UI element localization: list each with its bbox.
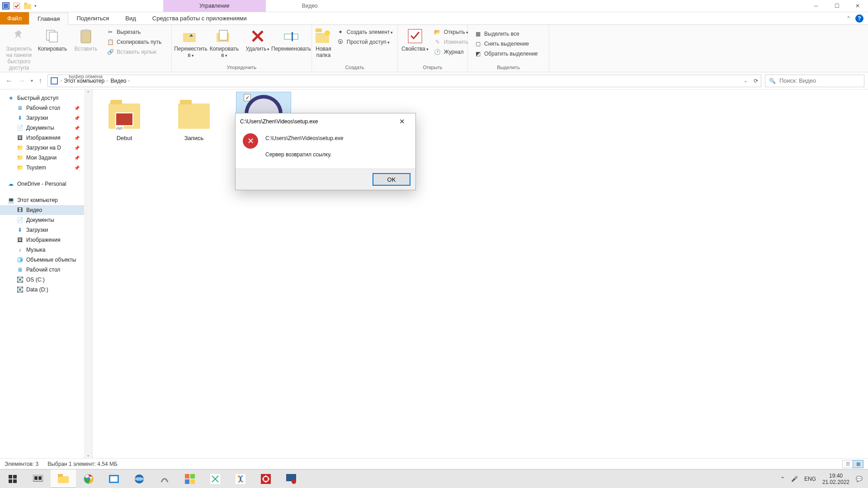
easy-access-button[interactable]: ⦿Простой доступ <box>335 38 395 47</box>
breadcrumb-root[interactable]: Этот компьютер <box>64 78 104 84</box>
context-tab-manage[interactable]: Управление <box>163 0 266 12</box>
tree-video[interactable]: 🎞Видео <box>0 205 92 215</box>
select-invert-button[interactable]: ◩Обратить выделение <box>472 49 540 58</box>
tree-scrollbar[interactable]: ⌃⌄ <box>84 89 92 458</box>
select-none-button[interactable]: ▢Снять выделение <box>472 39 540 48</box>
tray-notifications-icon[interactable]: 💬 <box>856 476 863 482</box>
tree-downloads[interactable]: ⬇Загрузки📌 <box>0 113 92 123</box>
desktop-icon: 🖥 <box>16 104 24 112</box>
view-details-button[interactable]: ☰ <box>842 460 853 468</box>
refresh-button[interactable]: ⟳ <box>754 78 758 84</box>
properties-button[interactable]: Свойства <box>401 27 429 52</box>
tray-language[interactable]: ENG <box>804 476 816 482</box>
tree-onedrive[interactable]: ☁OneDrive - Personal <box>0 179 92 189</box>
tree-this-pc[interactable]: 💻Этот компьютер <box>0 195 92 205</box>
star-icon: ★ <box>7 94 14 102</box>
new-folder-button[interactable]: Новая папка <box>315 27 332 58</box>
tree-documents2[interactable]: 📄Документы <box>0 215 92 225</box>
qat-dropdown-icon[interactable]: ▾ <box>34 4 37 8</box>
taskbar-app-6[interactable] <box>228 469 253 488</box>
nav-up-button[interactable]: ↑ <box>38 77 42 85</box>
window-close-button[interactable]: ✕ <box>847 0 868 12</box>
taskbar-app-4[interactable] <box>177 469 203 488</box>
tree-3dobjects[interactable]: 🧊Объемные объекты <box>0 255 92 265</box>
tree-desktop[interactable]: 🖥Рабочий стол📌 <box>0 103 92 113</box>
search-input[interactable] <box>779 77 860 84</box>
start-button[interactable] <box>0 469 25 488</box>
copy-to-button[interactable]: Копировать в <box>208 27 241 59</box>
edit-button[interactable]: ✎Изменить <box>432 38 470 47</box>
tree-downloads-d[interactable]: 📁Загрузки на D📌 <box>0 143 92 153</box>
file-label: Запись <box>184 135 204 141</box>
address-dropdown-icon[interactable]: ⌄ <box>744 78 747 83</box>
tray-mic-icon[interactable]: 🎤 <box>791 476 798 482</box>
tree-drive-d[interactable]: 💽Data (D:) <box>0 285 92 295</box>
help-icon[interactable]: ? <box>855 14 863 23</box>
taskbar-app-7[interactable] <box>253 469 278 488</box>
qat-properties-icon[interactable] <box>13 2 21 10</box>
breadcrumb-current[interactable]: Видео <box>110 78 126 84</box>
cut-button[interactable]: ✂Вырезать <box>105 28 163 37</box>
copy-button[interactable]: Копировать <box>36 27 69 52</box>
tree-tsystem[interactable]: 📁Tsystem📌 <box>0 163 92 173</box>
taskbar-app-5[interactable] <box>203 469 228 488</box>
nav-back-button[interactable]: ← <box>5 77 13 85</box>
dialog-ok-button[interactable]: OK <box>373 174 410 185</box>
tree-pictures2[interactable]: 🖼Изображения <box>0 235 92 245</box>
taskbar-explorer[interactable] <box>51 469 76 488</box>
taskbar: ⌃ 🎤 ENG 19:4021.02.2022 💬 <box>0 469 868 488</box>
ribbon-tab-share[interactable]: Поделиться <box>68 12 117 24</box>
file-list[interactable]: Debut Запись ✓ setup <box>93 89 868 458</box>
tree-downloads2[interactable]: ⬇Загрузки <box>0 225 92 235</box>
tray-clock[interactable]: 19:4021.02.2022 <box>822 473 849 485</box>
tree-quick-access[interactable]: ★Быстрый доступ <box>0 93 92 103</box>
dialog-close-button[interactable]: ✕ <box>393 117 411 126</box>
search-box[interactable]: 🔍 <box>765 75 864 87</box>
select-all-button[interactable]: ▦Выделить все <box>472 29 540 38</box>
taskview-button[interactable] <box>25 469 51 488</box>
file-item-debut[interactable]: Debut <box>97 92 151 144</box>
ribbon-tab-view[interactable]: Вид <box>117 12 144 24</box>
nav-recent-button[interactable]: ▾ <box>31 78 33 83</box>
address-bar[interactable]: ›Этот компьютер› Видео› ⌄ ⟳ <box>47 75 761 87</box>
copy-path-button[interactable]: 📋Скопировать путь <box>105 38 163 47</box>
new-item-button[interactable]: ✦Создать элемент <box>335 28 395 37</box>
window-minimize-button[interactable]: ─ <box>806 0 826 12</box>
tray-overflow-icon[interactable]: ⌃ <box>780 476 785 482</box>
paste-button[interactable]: Вставить <box>70 27 102 52</box>
tree-tasks[interactable]: 📁Мои Задачи📌 <box>0 153 92 163</box>
scroll-up-icon[interactable]: ⌃ <box>86 90 90 95</box>
tree-pictures[interactable]: 🖼Изображения📌 <box>0 133 92 143</box>
open-button[interactable]: 📂Открыть <box>432 28 470 37</box>
ribbon-tab-home[interactable]: Главная <box>29 13 68 25</box>
navigation-tree[interactable]: ★Быстрый доступ 🖥Рабочий стол📌 ⬇Загрузки… <box>0 89 93 458</box>
view-icons-button[interactable]: ▦ <box>853 460 863 468</box>
ribbon-tab-apptools[interactable]: Средства работы с приложениями <box>144 12 255 24</box>
window-maximize-button[interactable]: ☐ <box>826 0 847 12</box>
ribbon-tab-file[interactable]: Файл <box>0 12 29 24</box>
objects3d-icon: 🧊 <box>16 256 24 263</box>
ribbon-collapse-icon[interactable]: ⌃ <box>846 15 851 22</box>
taskbar-chrome[interactable] <box>76 469 101 488</box>
paste-icon <box>78 28 94 44</box>
delete-button[interactable]: Удалить <box>241 27 274 52</box>
easyaccess-icon: ⦿ <box>337 38 344 46</box>
history-button[interactable]: 🕑Журнал <box>432 47 470 56</box>
tree-documents[interactable]: 📄Документы📌 <box>0 123 92 133</box>
scroll-down-icon[interactable]: ⌄ <box>86 452 90 457</box>
taskbar-app-8[interactable] <box>278 469 304 488</box>
taskbar-app-3[interactable] <box>152 469 177 488</box>
nav-forward-button[interactable]: → <box>18 77 25 85</box>
tree-desktop2[interactable]: 🖥Рабочий стол <box>0 265 92 275</box>
taskbar-app-1[interactable] <box>101 469 127 488</box>
copypath-icon: 📋 <box>107 38 114 46</box>
rename-button[interactable]: Переименовать <box>275 27 307 52</box>
file-item-record[interactable]: Запись <box>167 92 221 144</box>
paste-shortcut-button[interactable]: 🔗Вставить ярлык <box>105 47 163 56</box>
tree-music[interactable]: ♪Музыка <box>0 245 92 255</box>
taskbar-app-2[interactable] <box>127 469 152 488</box>
qat-folder-icon[interactable] <box>24 2 32 10</box>
move-to-button[interactable]: Переместить в <box>175 27 207 59</box>
tree-drive-c[interactable]: 💽OS (C:) <box>0 275 92 285</box>
pin-quickaccess-button[interactable]: Закрепить на панели быстрого доступа <box>3 27 35 71</box>
